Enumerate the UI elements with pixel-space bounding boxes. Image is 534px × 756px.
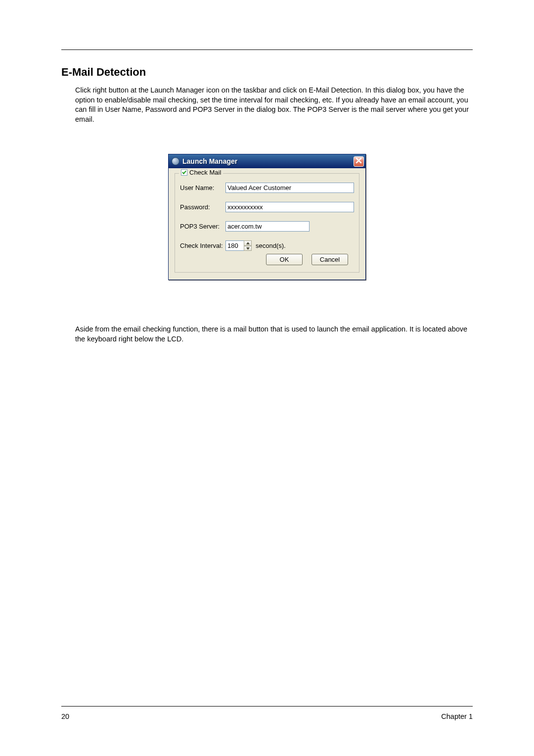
pop3-row: POP3 Server: bbox=[180, 221, 354, 232]
interval-unit: second(s). bbox=[256, 242, 286, 249]
footer-text: 20 Chapter 1 bbox=[61, 712, 473, 720]
pop3-label: POP3 Server: bbox=[180, 223, 225, 230]
spinner-up-button[interactable] bbox=[244, 240, 252, 246]
spinner-buttons bbox=[244, 240, 252, 251]
titlebar-left: Launch Manager bbox=[172, 157, 237, 165]
check-mail-checkbox[interactable]: Check Mail bbox=[179, 169, 223, 176]
username-input[interactable] bbox=[225, 183, 354, 193]
password-input[interactable] bbox=[225, 202, 354, 212]
check-mail-group: Check Mail User Name: Password: POP3 Ser… bbox=[175, 173, 359, 273]
checkmark-icon bbox=[182, 170, 186, 175]
close-icon bbox=[356, 157, 362, 166]
app-icon bbox=[172, 157, 179, 165]
chapter-label: Chapter 1 bbox=[441, 712, 473, 720]
spinner-down-button[interactable] bbox=[244, 246, 252, 251]
footer-paragraph: Aside from the email checking function, … bbox=[75, 325, 473, 344]
password-label: Password: bbox=[180, 203, 225, 211]
cancel-button[interactable]: Cancel bbox=[312, 254, 348, 265]
dialog-titlebar[interactable]: Launch Manager bbox=[169, 154, 365, 168]
checkbox-box[interactable] bbox=[181, 169, 187, 176]
top-rule bbox=[61, 49, 473, 50]
interval-row: Check Interval: bbox=[180, 240, 354, 251]
page-number: 20 bbox=[61, 712, 69, 720]
footer-rule bbox=[61, 706, 473, 707]
ok-button[interactable]: OK bbox=[266, 254, 303, 265]
dialog-button-row: OK Cancel bbox=[180, 254, 354, 265]
section-heading: E-Mail Detection bbox=[61, 66, 473, 79]
chevron-up-icon bbox=[246, 242, 250, 244]
chevron-down-icon bbox=[246, 247, 250, 250]
page-footer: 20 Chapter 1 bbox=[61, 706, 473, 720]
username-row: User Name: bbox=[180, 183, 354, 193]
interval-spinner: second(s). bbox=[225, 240, 286, 251]
pop3-input[interactable] bbox=[225, 221, 310, 232]
close-button[interactable] bbox=[354, 156, 364, 167]
launch-manager-dialog: Launch Manager Che bbox=[168, 154, 366, 280]
interval-input[interactable] bbox=[225, 240, 244, 251]
dialog-wrapper: Launch Manager Che bbox=[61, 154, 473, 280]
checkbox-label: Check Mail bbox=[189, 169, 221, 176]
dialog-title: Launch Manager bbox=[182, 157, 237, 165]
intro-paragraph: Click right button at the Launch Manager… bbox=[75, 86, 473, 124]
interval-label: Check Interval: bbox=[180, 242, 225, 249]
username-label: User Name: bbox=[180, 184, 225, 191]
password-row: Password: bbox=[180, 202, 354, 212]
dialog-body: Check Mail User Name: Password: POP3 Ser… bbox=[169, 168, 365, 280]
